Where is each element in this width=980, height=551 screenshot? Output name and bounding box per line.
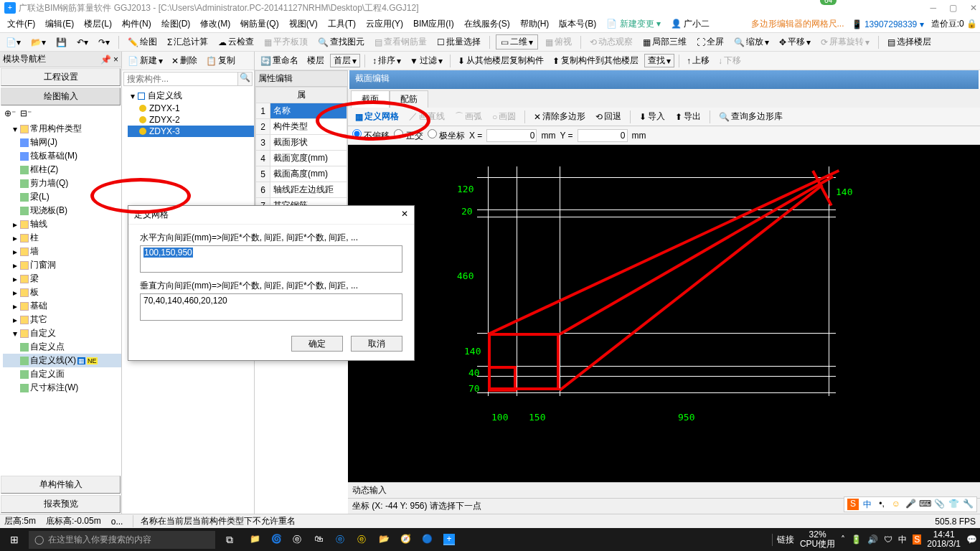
new-change-button[interactable]: 📄 新建变更 ▾ [602,17,665,32]
up-button[interactable]: ↑ 上移 [684,54,712,67]
tb-app-icon[interactable]: 🔵 [422,534,433,545]
ime-user-icon[interactable]: 👕 [948,499,959,510]
drawing-canvas[interactable]: 120 20 460 140 40 70 100 150 950 140 [348,145,980,482]
tree-node[interactable]: ▸基础 [3,299,121,313]
library-button[interactable]: 🔍 查询多边形库 [716,110,786,123]
floor-select[interactable]: 楼层 [304,54,327,67]
first-floor-select[interactable]: 首层 ▾ [330,54,360,67]
menu-help[interactable]: 帮助(H) [516,17,554,32]
draw-button[interactable]: ✏️ 绘图 [125,35,160,49]
ime-keyboard-icon[interactable]: ⌨ [919,499,930,510]
local-3d-button[interactable]: ▦ 局部三维 [640,35,689,49]
tray-notif-icon[interactable]: 💬 [966,534,977,545]
tb-app-icon[interactable]: 📁 [250,534,261,545]
tb-app-icon[interactable]: 🛍 [314,534,326,545]
export-button[interactable]: ⬆ 导出 [672,110,704,123]
tb-app-icon[interactable]: ⓔ [293,534,304,545]
import-button[interactable]: ⬇ 导入 [636,110,668,123]
tb-app-icon[interactable]: 🌀 [271,534,283,545]
ime-smile-icon[interactable]: ☺ [890,499,902,510]
user-label[interactable]: 👤 广小二 [666,17,714,32]
tree-node-common[interactable]: ▾常用构件类型 [3,122,121,136]
tree-node[interactable]: ▸柱 [3,231,121,245]
tree-item[interactable]: 梁(L) [3,190,121,204]
tree-item[interactable]: 现浇板(B) [3,204,121,217]
clock-date[interactable]: 2018/3/1 [927,540,961,549]
menu-edit[interactable]: 编辑(E) [41,17,78,32]
taskview-icon[interactable]: ⧉ [218,534,241,546]
tree-item[interactable]: 筏板基础(M) [3,149,121,163]
tree-node[interactable]: ▸轴线 [3,217,121,231]
tray-sogou-icon[interactable]: S [913,534,921,545]
rotate-button[interactable]: ⟳ 屏幕旋转 ▾ [818,35,872,49]
project-settings-button[interactable]: 工程设置 [1,68,121,86]
save-icon[interactable]: 💾 [53,37,70,48]
select-floor-button[interactable]: ▤ 选择楼层 [885,35,934,49]
tb-app-icon[interactable]: 📂 [379,534,390,545]
property-table[interactable]: 属 1名称 2构件类型 3截面形状 4截面宽度(mm) 5截面高度(mm) 6轴… [255,87,347,214]
search-input[interactable] [124,72,237,85]
maximize-icon[interactable]: ▢ [949,3,957,13]
copy-button[interactable]: 📋 复制 [203,54,238,67]
cancel-button[interactable]: 取消 [351,336,402,352]
down-button[interactable]: ↓ 下移 [715,54,744,67]
draw-arc-button[interactable]: ⌒ 画弧 [452,110,485,123]
cloud-check-button[interactable]: ☁ 云检查 [215,35,257,49]
tray-chevron-icon[interactable]: ˄ [841,534,845,545]
tray-ime-icon[interactable]: 中 [898,534,907,546]
clear-button[interactable]: ✕ 清除多边形 [531,110,588,123]
menu-online[interactable]: 在线服务(S) [460,17,514,32]
obj-item-selected[interactable]: ZDYX-3 [128,126,254,137]
redo-icon[interactable]: ↷▾ [95,37,113,48]
single-input-button[interactable]: 单构件输入 [1,476,121,494]
bird-view-button[interactable]: ▦ 俯视 [542,35,575,49]
menu-draw[interactable]: 绘图(D) [157,17,195,32]
phone-badge[interactable]: 📱 13907298339 ▾ [852,19,924,29]
collapse-icon[interactable]: ⊟⁻ [20,108,32,118]
rebar-view-button[interactable]: ▤ 查看钢筋量 [372,35,430,49]
taskbar-search[interactable]: ◯在这里输入你要搜索的内容 [29,531,215,549]
back-button[interactable]: ⟲ 回退 [593,110,624,123]
pan-button[interactable]: ✥ 平移 ▾ [776,35,814,49]
dialog-close-icon[interactable]: ✕ [401,209,408,221]
tree-node-custom[interactable]: ▾自定义 [3,326,121,340]
search-button-2[interactable]: 查找 ▾ [644,54,674,67]
obj-item[interactable]: ZDYX-2 [128,114,254,126]
minimize-icon[interactable]: ─ [930,3,936,13]
filter-button[interactable]: ▼ 过滤 ▾ [407,54,446,67]
tree-item-selected[interactable]: 自定义线(X)▦NE [3,354,121,367]
menu-file[interactable]: 文件(F) [3,17,39,32]
copy-to-button[interactable]: ⬆ 复制构件到其他楼层 [550,54,641,67]
ime-cn-icon[interactable]: 中 [862,499,873,510]
close-icon[interactable]: ✕ [970,3,977,13]
new-obj-button[interactable]: 📄 新建 ▾ [125,54,166,67]
sogou-icon[interactable]: S [847,499,859,510]
ime-punct-icon[interactable]: •, [876,499,887,510]
report-preview-button[interactable]: 报表预览 [1,495,121,513]
pin-icon[interactable]: 📌 × [100,55,118,65]
menu-floor[interactable]: 楼层(L) [80,17,116,32]
tab-rebar[interactable]: 配筋 [390,90,428,108]
tree-node[interactable]: ▸板 [3,286,121,299]
tree-item[interactable]: 尺寸标注(W) [3,381,121,395]
ime-clip-icon[interactable]: 📎 [933,499,945,510]
poly-editor-link[interactable]: 多边形编辑器的网格尺... [751,18,844,30]
tree-node[interactable]: ▸其它 [3,313,121,326]
menu-bim[interactable]: BIM应用(I) [409,17,458,32]
zoom-button[interactable]: 🔍 缩放 ▾ [731,35,772,49]
h-spacing-input[interactable]: 100,150,950 [140,245,402,273]
menu-component[interactable]: 构件(N) [118,17,156,32]
draw-input-button[interactable]: 绘图输入 [1,88,121,105]
flat-button[interactable]: ▦ 平齐板顶 [261,35,311,49]
tree-item[interactable]: 自定义点 [3,340,121,354]
sort-button[interactable]: ↕ 排序 ▾ [369,54,404,67]
tb-app-icon[interactable]: ⓔ [336,534,347,545]
tray-network-icon[interactable]: 🛡 [884,534,892,545]
tb-app-icon[interactable]: 🧭 [400,534,412,545]
draw-circle-button[interactable]: ○ 画圆 [489,110,519,123]
2d-select[interactable]: ▭ 二维 ▾ [496,34,538,50]
ime-settings-icon[interactable]: 🔧 [962,499,974,510]
tree-node[interactable]: ▸梁 [3,272,121,286]
tray-volume-icon[interactable]: 🔊 [867,534,878,545]
tb-app-active[interactable]: + [443,534,455,545]
